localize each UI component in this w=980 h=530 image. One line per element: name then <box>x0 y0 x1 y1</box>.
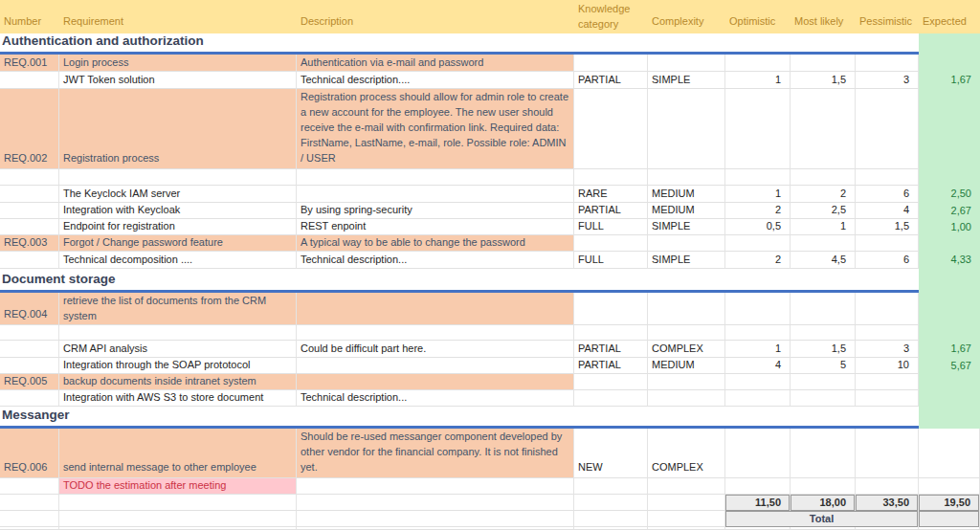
cell-pessimistic[interactable]: 4 <box>856 203 919 219</box>
cell-description[interactable]: Technical description.... <box>297 72 574 89</box>
cell-requirement[interactable]: Integration with Keycloak <box>59 203 297 219</box>
cell-number[interactable] <box>0 390 59 407</box>
cell-pessimistic[interactable] <box>856 55 919 72</box>
cell-most_likely[interactable]: 2,5 <box>791 203 856 219</box>
cell-description[interactable] <box>297 358 574 374</box>
cell-knowledge[interactable]: NEW <box>574 429 648 478</box>
cell-description[interactable]: Authentication via e-mail and password <box>297 55 574 72</box>
cell-complexity[interactable]: MEDIUM <box>648 186 725 203</box>
cell-optimistic[interactable]: 0,5 <box>725 219 791 235</box>
cell-knowledge[interactable] <box>574 169 648 186</box>
cell-optimistic[interactable] <box>725 478 791 495</box>
cell-requirement[interactable]: Forgot / Change password feature <box>59 235 297 252</box>
cell-expected[interactable] <box>919 89 980 169</box>
cell-complexity[interactable] <box>648 390 725 407</box>
cell-optimistic[interactable]: 1 <box>725 341 791 358</box>
cell-knowledge[interactable]: PARTIAL <box>574 341 648 358</box>
cell-most_likely[interactable] <box>791 169 856 186</box>
cell-pessimistic[interactable] <box>856 429 919 478</box>
cell-description[interactable] <box>297 511 574 527</box>
cell-requirement[interactable]: CRM API analysis <box>59 341 297 358</box>
cell-optimistic[interactable] <box>725 293 791 325</box>
cell-most_likely[interactable]: 18,00 <box>791 495 856 511</box>
total-label[interactable]: Total <box>725 511 919 527</box>
cell-knowledge[interactable] <box>574 478 648 495</box>
cell-description[interactable]: A typical way to be able to change the p… <box>297 235 574 252</box>
cell-complexity[interactable] <box>648 325 725 341</box>
cell-optimistic[interactable]: 11,50 <box>725 495 791 511</box>
cell-requirement[interactable] <box>59 511 297 527</box>
cell-complexity[interactable] <box>648 169 725 186</box>
cell-pessimistic[interactable]: 3 <box>856 72 919 89</box>
column-header-complexity[interactable]: Complexity <box>648 0 725 33</box>
cell-optimistic[interactable] <box>725 429 791 478</box>
cell-knowledge[interactable]: RARE <box>574 186 648 203</box>
column-header-most-likely[interactable]: Most likely <box>791 0 856 33</box>
cell-most_likely[interactable]: 1,5 <box>791 72 856 89</box>
cell-description[interactable] <box>297 293 574 325</box>
cell-expected[interactable]: 5,67 <box>919 358 980 374</box>
cell-expected[interactable] <box>919 169 980 186</box>
cell-description[interactable] <box>297 478 574 495</box>
cell-pessimistic[interactable]: 33,50 <box>856 495 919 511</box>
cell-most_likely[interactable] <box>791 89 856 169</box>
cell-complexity[interactable] <box>648 293 725 325</box>
cell-optimistic[interactable]: 1 <box>725 186 791 203</box>
cell-complexity[interactable]: COMPLEX <box>648 429 725 478</box>
cell-requirement[interactable]: backup documents inside intranet system <box>59 374 297 390</box>
cell-requirement[interactable]: JWT Token solution <box>59 72 297 89</box>
cell-number[interactable]: REQ.006 <box>0 429 59 478</box>
cell-number[interactable] <box>0 511 59 527</box>
cell-knowledge[interactable]: PARTIAL <box>574 203 648 219</box>
cell-expected[interactable]: 1,67 <box>919 72 980 89</box>
cell-requirement[interactable] <box>59 495 297 511</box>
column-header-pessimistic[interactable]: Pessimistic <box>856 0 919 33</box>
cell-complexity[interactable] <box>648 478 725 495</box>
cell-requirement[interactable]: send internal message to other employee <box>59 429 297 478</box>
cell-description[interactable]: Should be re-used messanger component de… <box>297 429 574 478</box>
cell-number[interactable] <box>0 325 59 341</box>
cell-requirement[interactable]: TODO the estimation after meeting <box>59 478 297 495</box>
cell-expected[interactable] <box>919 390 980 407</box>
cell-most_likely[interactable] <box>791 293 856 325</box>
cell-optimistic[interactable]: 2 <box>725 252 791 269</box>
cell-expected[interactable] <box>919 325 980 341</box>
cell-description[interactable]: By using spring-security <box>297 203 574 219</box>
cell-knowledge[interactable] <box>574 293 648 325</box>
cell-number[interactable]: REQ.005 <box>0 374 59 390</box>
cell-requirement[interactable]: Technical decomposition .... <box>59 252 297 269</box>
cell-number[interactable] <box>0 169 59 186</box>
cell-optimistic[interactable]: 2 <box>725 203 791 219</box>
cell-requirement[interactable]: The Keyclock IAM server <box>59 186 297 203</box>
cell-description[interactable] <box>297 186 574 203</box>
cell-number[interactable]: REQ.004 <box>0 293 59 325</box>
cell-most_likely[interactable] <box>791 55 856 72</box>
cell-complexity[interactable]: SIMPLE <box>648 72 725 89</box>
cell-pessimistic[interactable]: 10 <box>856 358 919 374</box>
column-header-number[interactable]: Number <box>0 0 59 33</box>
cell-pessimistic[interactable] <box>856 374 919 390</box>
cell-most_likely[interactable] <box>791 429 856 478</box>
cell-expected[interactable]: 1,00 <box>919 219 980 235</box>
cell-pessimistic[interactable] <box>856 325 919 341</box>
cell-number[interactable] <box>0 341 59 358</box>
cell-expected[interactable] <box>919 235 980 252</box>
cell-knowledge[interactable]: PARTIAL <box>574 72 648 89</box>
cell-pessimistic[interactable]: 1,5 <box>856 219 919 235</box>
cell-expected[interactable] <box>919 478 980 495</box>
cell-requirement[interactable]: retrieve the list of documents from the … <box>59 293 297 325</box>
cell-expected[interactable] <box>919 33 980 55</box>
cell-most_likely[interactable]: 4,5 <box>791 252 856 269</box>
cell-most_likely[interactable]: 1 <box>791 219 856 235</box>
cell-knowledge[interactable] <box>574 374 648 390</box>
cell-description[interactable] <box>297 169 574 186</box>
cell-expected[interactable]: 2,50 <box>919 186 980 203</box>
column-header-description[interactable]: Description <box>297 0 574 33</box>
cell-complexity[interactable] <box>648 55 725 72</box>
cell-pessimistic[interactable] <box>856 169 919 186</box>
cell-requirement[interactable]: Login process <box>59 55 297 72</box>
cell-number[interactable] <box>0 186 59 203</box>
cell-most_likely[interactable] <box>791 325 856 341</box>
cell-complexity[interactable] <box>648 235 725 252</box>
cell-expected[interactable]: 2,67 <box>919 203 980 219</box>
